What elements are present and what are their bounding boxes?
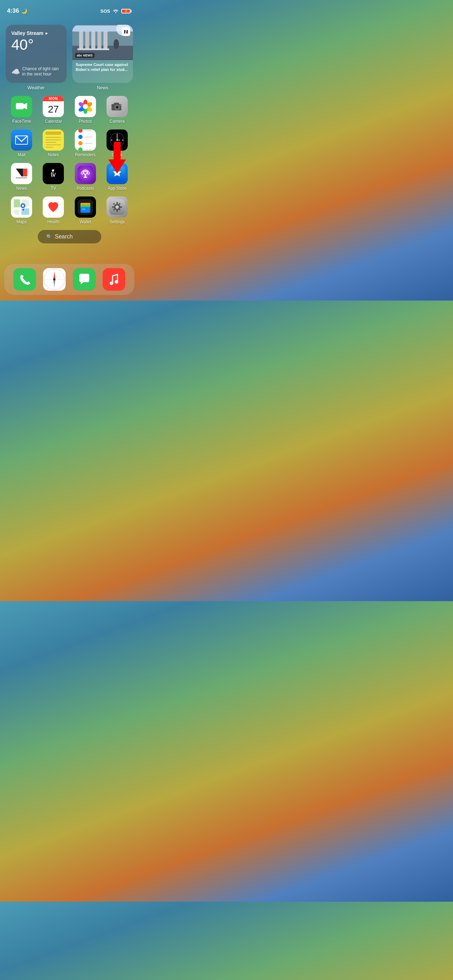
news-headline: Supreme Court case against Biden's relie…: [72, 60, 134, 83]
safari-icon: [43, 268, 66, 291]
svg-point-11: [113, 39, 119, 49]
svg-rect-5: [97, 30, 101, 49]
health-icon: [43, 196, 64, 218]
svg-rect-6: [103, 30, 108, 49]
news-widget[interactable]: abc NEWS Supreme Court case against Bide…: [72, 25, 134, 83]
calendar-icon: MON 27: [43, 96, 64, 117]
app-clock[interactable]: 12 3 6 9 Clock: [103, 129, 131, 158]
search-label: Search: [55, 234, 73, 240]
app-news[interactable]: News: [8, 163, 35, 191]
app-notes[interactable]: Notes: [40, 129, 67, 158]
dock-music[interactable]: [103, 268, 125, 291]
app-maps[interactable]: Maps: [8, 196, 35, 224]
photos-icon: [75, 96, 96, 117]
svg-rect-54: [14, 199, 20, 207]
podcasts-icon: [75, 163, 96, 184]
time-display: 4:36: [7, 7, 19, 14]
app-row-1: FaceTime MON 27 Calendar: [6, 96, 133, 124]
wifi-icon: [113, 9, 119, 13]
weather-widget-container: Valley Stream ► 40° ☁️ Chance of light r…: [6, 25, 67, 90]
health-label: Health: [47, 220, 60, 224]
svg-point-24: [119, 105, 121, 106]
weather-widget[interactable]: Valley Stream ► 40° ☁️ Chance of light r…: [6, 25, 67, 83]
svg-rect-46: [78, 166, 93, 181]
app-reminders[interactable]: Reminders: [72, 129, 99, 158]
svg-rect-8: [77, 48, 109, 50]
svg-point-23: [116, 106, 118, 108]
svg-rect-70: [120, 206, 122, 208]
tv-label: TV: [51, 186, 56, 191]
app-calendar[interactable]: MON 27 Calendar: [40, 96, 67, 124]
maps-label: Maps: [16, 220, 27, 224]
svg-point-57: [22, 205, 24, 207]
svg-rect-68: [116, 210, 118, 212]
status-right-icons: SOS ⚡: [100, 8, 132, 14]
apps-grid: FaceTime MON 27 Calendar: [0, 96, 139, 224]
mail-icon: [11, 129, 32, 151]
svg-rect-83: [106, 272, 122, 287]
app-row-4: Maps Health: [6, 196, 133, 224]
moon-icon: 🌙: [21, 8, 27, 14]
tv-icon: tv tv: [43, 163, 64, 184]
weather-temp: 40°: [11, 37, 61, 52]
app-tv[interactable]: tv tv TV: [40, 163, 67, 191]
app-podcasts[interactable]: Podcasts: [72, 163, 99, 191]
app-camera[interactable]: Camera: [103, 96, 131, 124]
svg-point-20: [83, 104, 88, 109]
search-icon: 🔍: [46, 234, 52, 240]
mail-label: Mail: [17, 153, 25, 158]
news-icon: [11, 163, 32, 184]
notes-icon: [43, 129, 64, 151]
dock: [4, 264, 134, 295]
facetime-label: FaceTime: [12, 119, 31, 124]
search-bar[interactable]: 🔍 Search: [38, 230, 101, 243]
notes-label: Notes: [48, 153, 59, 158]
cloud-icon: ☁️: [11, 67, 20, 76]
weather-widget-label: Weather: [6, 85, 67, 90]
settings-icon: [106, 196, 128, 218]
svg-point-81: [53, 278, 56, 280]
search-container: 🔍 Search: [0, 230, 139, 243]
svg-rect-63: [82, 208, 85, 210]
svg-point-85: [114, 280, 118, 284]
svg-rect-3: [85, 30, 89, 49]
app-mail[interactable]: Mail: [8, 129, 35, 158]
dock-safari[interactable]: [43, 268, 66, 291]
reminders-label: Reminders: [75, 153, 95, 158]
camera-icon: [106, 96, 128, 117]
messages-icon: [73, 268, 95, 291]
music-icon: [103, 268, 125, 291]
app-health[interactable]: Health: [40, 196, 67, 224]
svg-rect-42: [22, 169, 23, 177]
news-widget-container: abc NEWS Supreme Court case against Bide…: [72, 25, 134, 90]
podcasts-label: Podcasts: [76, 186, 94, 191]
app-wallet[interactable]: Wallet: [72, 196, 99, 224]
app-facetime[interactable]: FaceTime: [8, 96, 35, 124]
app-appstore[interactable]: App Store: [103, 163, 131, 191]
clock-icon: 12 3 6 9: [106, 129, 128, 151]
calendar-label: Calendar: [45, 119, 62, 124]
svg-rect-62: [80, 207, 90, 213]
app-settings[interactable]: Settings: [103, 196, 131, 224]
clock-label: Clock: [112, 153, 122, 158]
reminders-icon: [75, 129, 96, 151]
app-row-2: Mail Notes: [6, 129, 133, 158]
wallet-icon: [75, 196, 96, 218]
svg-point-40: [116, 139, 118, 141]
appstore-label: App Store: [108, 186, 126, 191]
dock-phone[interactable]: [13, 268, 36, 291]
news-image: abc NEWS: [72, 25, 134, 60]
facetime-icon: [11, 96, 32, 117]
maps-icon: [11, 196, 32, 218]
news-n-badge: [122, 27, 130, 36]
svg-text:tv: tv: [51, 173, 56, 178]
app-row-3: News tv tv TV: [6, 163, 133, 191]
news-source-logo: abc NEWS: [75, 53, 95, 58]
dock-messages[interactable]: [73, 268, 95, 291]
photos-label: Photos: [79, 119, 92, 124]
status-time: 4:36 🌙: [7, 7, 27, 14]
svg-point-84: [110, 282, 113, 285]
app-photos[interactable]: Photos: [72, 96, 99, 124]
settings-label: Settings: [110, 220, 124, 224]
battery-icon: ⚡: [121, 9, 132, 13]
